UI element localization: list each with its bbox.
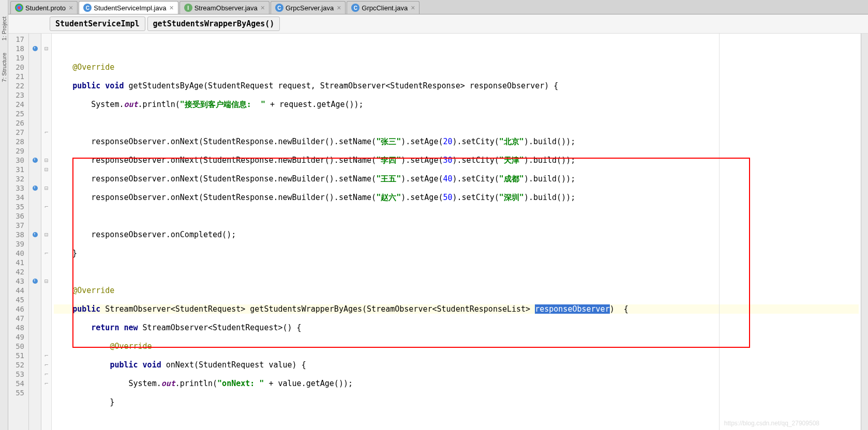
fold-toggle-icon[interactable]: ⌐ (41, 249, 51, 258)
line-number-gutter: 1718192021222324252627282930313233343536… (8, 34, 29, 430)
tab-student-service-impl[interactable]: StudentServiceImpl.java × (79, 1, 178, 14)
tab-label: GrpcClient.java (362, 4, 408, 12)
java-interface-icon (184, 4, 192, 12)
java-class-icon (83, 4, 92, 12)
java-class-icon (351, 4, 360, 12)
override-marker-icon[interactable] (33, 158, 38, 163)
code-editor[interactable]: 1718192021222324252627282930313233343536… (8, 34, 868, 430)
close-icon[interactable]: × (411, 4, 415, 12)
tab-grpc-client[interactable]: GrpcClient.java × (347, 1, 420, 14)
breadcrumb: StudentServiceImpl getStudentsWrapperByA… (8, 14, 868, 34)
fold-toggle-icon[interactable]: ⌐ (41, 128, 51, 137)
proto-file-icon (15, 4, 23, 12)
fold-toggle-icon[interactable]: ⊟ (41, 165, 51, 174)
override-marker-icon[interactable] (33, 279, 38, 284)
close-icon[interactable]: × (261, 4, 265, 12)
fold-toggle-icon[interactable]: ⌐ (41, 351, 51, 360)
java-class-icon (275, 4, 283, 12)
close-icon[interactable]: × (169, 4, 173, 12)
override-marker-icon[interactable] (33, 186, 38, 191)
fold-toggle-icon[interactable]: ⊟ (41, 156, 51, 165)
breadcrumb-class[interactable]: StudentServiceImpl (50, 17, 145, 31)
tab-stream-observer[interactable]: StreamObserver.java × (179, 1, 270, 14)
override-marker-icon[interactable] (33, 232, 38, 237)
fold-toggle-icon[interactable]: ⌐ (41, 202, 51, 211)
fold-gutter: ⊟⌐⊟⊟⊟⌐⊟⌐⊟⌐⌐⌐⌐ (41, 34, 52, 430)
close-icon[interactable]: × (69, 4, 73, 12)
fold-toggle-icon[interactable]: ⊟ (41, 230, 51, 239)
tab-label: GrpcServer.java (286, 4, 334, 12)
sidebar-tab-structure[interactable]: 7: Structure (1, 51, 7, 84)
marker-gutter (29, 34, 41, 430)
override-marker-icon[interactable] (33, 46, 38, 51)
right-margin-line (719, 34, 720, 430)
fold-toggle-icon[interactable]: ⌐ (41, 370, 51, 379)
vertical-scrollbar[interactable] (861, 34, 868, 430)
close-icon[interactable]: × (337, 4, 341, 12)
sidebar-tab-project[interactable]: 1: Project (1, 14, 7, 42)
code-content[interactable]: @Override public void getStudentsByAge(S… (52, 34, 861, 430)
fold-toggle-icon[interactable]: ⊟ (41, 44, 51, 53)
fold-toggle-icon[interactable]: ⌐ (41, 379, 51, 388)
fold-toggle-icon[interactable]: ⊟ (41, 183, 51, 193)
editor-tab-bar: Student.proto × StudentServiceImpl.java … (8, 0, 868, 14)
tab-student-proto[interactable]: Student.proto × (10, 1, 78, 14)
watermark: https://blog.csdn.net/qq_27909508 (724, 419, 819, 428)
tab-grpc-server[interactable]: GrpcServer.java × (271, 1, 346, 14)
tab-label: StreamObserver.java (194, 4, 258, 12)
left-tool-sidebar: 1: Project 7: Structure (0, 0, 8, 430)
breadcrumb-method[interactable]: getStudentsWrapperByAges() (147, 17, 280, 31)
fold-toggle-icon[interactable]: ⌐ (41, 360, 51, 370)
fold-toggle-icon[interactable]: ⊟ (41, 277, 51, 286)
tab-label: Student.proto (25, 4, 66, 12)
tab-label: StudentServiceImpl.java (94, 4, 166, 12)
